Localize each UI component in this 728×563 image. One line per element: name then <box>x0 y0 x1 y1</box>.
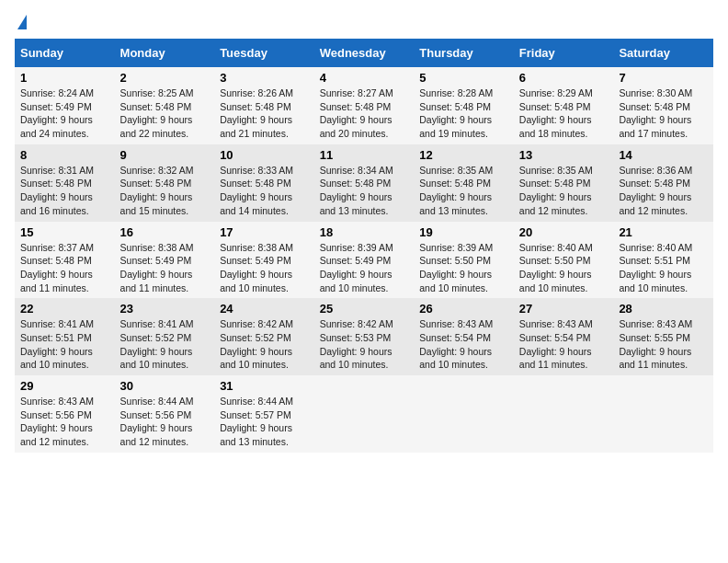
calendar-cell: 21Sunrise: 8:40 AMSunset: 5:51 PMDayligh… <box>613 222 713 299</box>
day-info: Sunrise: 8:26 AMSunset: 5:48 PMDaylight:… <box>220 86 309 141</box>
day-number: 18 <box>320 225 409 239</box>
day-number: 11 <box>320 148 409 162</box>
day-header-sunday: Sunday <box>15 39 115 67</box>
day-header-monday: Monday <box>115 39 215 67</box>
day-header-saturday: Saturday <box>613 39 713 67</box>
calendar-cell: 19Sunrise: 8:39 AMSunset: 5:50 PMDayligh… <box>414 222 514 299</box>
day-info: Sunrise: 8:40 AMSunset: 5:51 PMDaylight:… <box>619 241 708 295</box>
calendar-week-4: 22Sunrise: 8:41 AMSunset: 5:51 PMDayligh… <box>15 298 713 375</box>
calendar-cell: 25Sunrise: 8:42 AMSunset: 5:53 PMDayligh… <box>314 298 415 375</box>
calendar-cell <box>514 375 614 453</box>
calendar-cell: 9Sunrise: 8:32 AMSunset: 5:48 PMDaylight… <box>115 144 215 222</box>
calendar-cell: 29Sunrise: 8:43 AMSunset: 5:56 PMDayligh… <box>15 375 115 453</box>
day-header-friday: Friday <box>514 39 614 67</box>
day-number: 19 <box>419 225 508 239</box>
day-info: Sunrise: 8:39 AMSunset: 5:49 PMDaylight:… <box>320 241 409 295</box>
calendar-week-2: 8Sunrise: 8:31 AMSunset: 5:48 PMDaylight… <box>15 144 713 222</box>
day-number: 31 <box>220 379 309 393</box>
calendar-table: SundayMondayTuesdayWednesdayThursdayFrid… <box>15 39 713 453</box>
day-header-thursday: Thursday <box>414 39 514 67</box>
day-info: Sunrise: 8:38 AMSunset: 5:49 PMDaylight:… <box>220 241 309 295</box>
day-number: 14 <box>619 148 708 162</box>
day-info: Sunrise: 8:35 AMSunset: 5:48 PMDaylight:… <box>519 164 609 218</box>
day-info: Sunrise: 8:25 AMSunset: 5:48 PMDaylight:… <box>120 86 210 141</box>
day-info: Sunrise: 8:43 AMSunset: 5:56 PMDaylight:… <box>20 395 109 449</box>
calendar-cell: 18Sunrise: 8:39 AMSunset: 5:49 PMDayligh… <box>314 222 415 299</box>
calendar-cell: 30Sunrise: 8:44 AMSunset: 5:56 PMDayligh… <box>115 375 215 453</box>
day-number: 27 <box>519 302 609 316</box>
day-number: 16 <box>120 225 210 239</box>
day-info: Sunrise: 8:44 AMSunset: 5:57 PMDaylight:… <box>220 395 309 449</box>
day-info: Sunrise: 8:42 AMSunset: 5:53 PMDaylight:… <box>320 317 409 372</box>
calendar-cell: 12Sunrise: 8:35 AMSunset: 5:48 PMDayligh… <box>414 144 514 222</box>
day-info: Sunrise: 8:27 AMSunset: 5:48 PMDaylight:… <box>320 86 409 141</box>
day-info: Sunrise: 8:43 AMSunset: 5:55 PMDaylight:… <box>619 317 708 372</box>
day-header-wednesday: Wednesday <box>314 39 415 67</box>
day-number: 2 <box>120 71 210 85</box>
day-number: 23 <box>120 302 210 316</box>
calendar-cell: 23Sunrise: 8:41 AMSunset: 5:52 PMDayligh… <box>115 298 215 375</box>
calendar-cell: 8Sunrise: 8:31 AMSunset: 5:48 PMDaylight… <box>15 144 115 222</box>
day-number: 4 <box>320 71 409 85</box>
day-info: Sunrise: 8:44 AMSunset: 5:56 PMDaylight:… <box>120 395 210 449</box>
calendar-cell: 7Sunrise: 8:30 AMSunset: 5:48 PMDaylight… <box>613 67 713 144</box>
day-info: Sunrise: 8:28 AMSunset: 5:48 PMDaylight:… <box>419 86 508 141</box>
calendar-cell: 15Sunrise: 8:37 AMSunset: 5:48 PMDayligh… <box>15 222 115 299</box>
calendar-cell: 26Sunrise: 8:43 AMSunset: 5:54 PMDayligh… <box>414 298 514 375</box>
calendar-cell <box>414 375 514 453</box>
calendar-cell: 27Sunrise: 8:43 AMSunset: 5:54 PMDayligh… <box>514 298 614 375</box>
calendar-cell: 14Sunrise: 8:36 AMSunset: 5:48 PMDayligh… <box>613 144 713 222</box>
day-info: Sunrise: 8:40 AMSunset: 5:50 PMDaylight:… <box>519 241 609 295</box>
day-number: 29 <box>20 379 109 393</box>
day-info: Sunrise: 8:42 AMSunset: 5:52 PMDaylight:… <box>220 317 309 372</box>
day-info: Sunrise: 8:31 AMSunset: 5:48 PMDaylight:… <box>20 164 109 218</box>
day-number: 24 <box>220 302 309 316</box>
calendar-cell <box>613 375 713 453</box>
logo <box>15 15 27 31</box>
calendar-cell: 11Sunrise: 8:34 AMSunset: 5:48 PMDayligh… <box>314 144 415 222</box>
day-info: Sunrise: 8:32 AMSunset: 5:48 PMDaylight:… <box>120 164 210 218</box>
day-number: 26 <box>419 302 508 316</box>
calendar-week-1: 1Sunrise: 8:24 AMSunset: 5:49 PMDaylight… <box>15 67 713 144</box>
day-number: 25 <box>320 302 409 316</box>
day-number: 20 <box>519 225 609 239</box>
calendar-cell: 16Sunrise: 8:38 AMSunset: 5:49 PMDayligh… <box>115 222 215 299</box>
day-info: Sunrise: 8:43 AMSunset: 5:54 PMDaylight:… <box>519 317 609 372</box>
day-number: 28 <box>619 302 708 316</box>
day-info: Sunrise: 8:33 AMSunset: 5:48 PMDaylight:… <box>220 164 309 218</box>
day-info: Sunrise: 8:29 AMSunset: 5:48 PMDaylight:… <box>519 86 609 141</box>
day-info: Sunrise: 8:34 AMSunset: 5:48 PMDaylight:… <box>320 164 409 218</box>
day-info: Sunrise: 8:41 AMSunset: 5:51 PMDaylight:… <box>20 317 109 372</box>
calendar-cell: 1Sunrise: 8:24 AMSunset: 5:49 PMDaylight… <box>15 67 115 144</box>
calendar-cell: 17Sunrise: 8:38 AMSunset: 5:49 PMDayligh… <box>214 222 314 299</box>
logo-triangle-icon <box>17 15 27 29</box>
day-info: Sunrise: 8:41 AMSunset: 5:52 PMDaylight:… <box>120 317 210 372</box>
header-row: SundayMondayTuesdayWednesdayThursdayFrid… <box>15 39 713 67</box>
day-number: 1 <box>20 71 109 85</box>
calendar-cell: 3Sunrise: 8:26 AMSunset: 5:48 PMDaylight… <box>214 67 314 144</box>
calendar-cell: 13Sunrise: 8:35 AMSunset: 5:48 PMDayligh… <box>514 144 614 222</box>
day-number: 5 <box>419 71 508 85</box>
calendar-cell <box>314 375 415 453</box>
day-number: 15 <box>20 225 109 239</box>
header <box>15 15 713 31</box>
calendar-cell: 24Sunrise: 8:42 AMSunset: 5:52 PMDayligh… <box>214 298 314 375</box>
day-info: Sunrise: 8:38 AMSunset: 5:49 PMDaylight:… <box>120 241 210 295</box>
calendar-cell: 28Sunrise: 8:43 AMSunset: 5:55 PMDayligh… <box>613 298 713 375</box>
day-number: 22 <box>20 302 109 316</box>
calendar-cell: 6Sunrise: 8:29 AMSunset: 5:48 PMDaylight… <box>514 67 614 144</box>
day-number: 10 <box>220 148 309 162</box>
day-info: Sunrise: 8:43 AMSunset: 5:54 PMDaylight:… <box>419 317 508 372</box>
calendar-cell: 4Sunrise: 8:27 AMSunset: 5:48 PMDaylight… <box>314 67 415 144</box>
day-info: Sunrise: 8:37 AMSunset: 5:48 PMDaylight:… <box>20 241 109 295</box>
day-number: 8 <box>20 148 109 162</box>
day-info: Sunrise: 8:36 AMSunset: 5:48 PMDaylight:… <box>619 164 708 218</box>
day-number: 3 <box>220 71 309 85</box>
calendar-week-5: 29Sunrise: 8:43 AMSunset: 5:56 PMDayligh… <box>15 375 713 453</box>
day-number: 7 <box>619 71 708 85</box>
day-info: Sunrise: 8:30 AMSunset: 5:48 PMDaylight:… <box>619 86 708 141</box>
day-number: 12 <box>419 148 508 162</box>
calendar-cell: 22Sunrise: 8:41 AMSunset: 5:51 PMDayligh… <box>15 298 115 375</box>
calendar-cell: 31Sunrise: 8:44 AMSunset: 5:57 PMDayligh… <box>214 375 314 453</box>
day-number: 30 <box>120 379 210 393</box>
